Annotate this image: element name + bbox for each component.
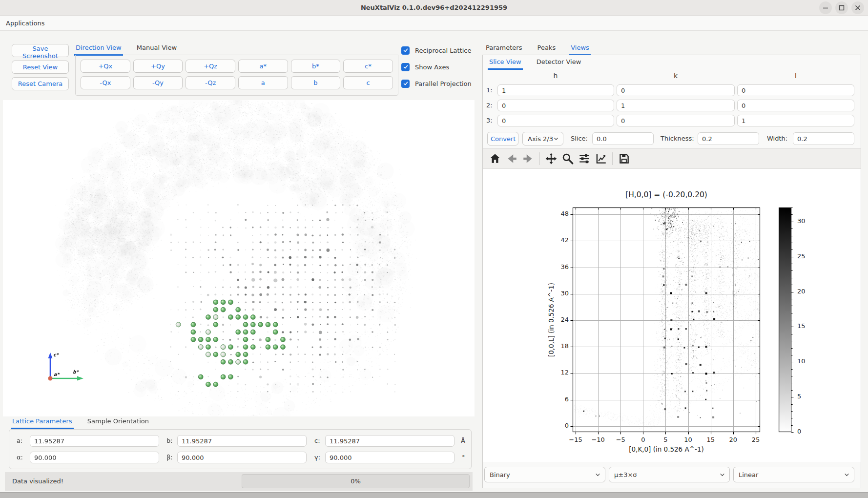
toolbar-back-button[interactable] xyxy=(503,150,520,167)
tab-detector-view[interactable]: Detector View xyxy=(535,57,583,70)
lattice-row-angles: α: β: γ: ° xyxy=(9,452,471,464)
x-tick-label: 15 xyxy=(706,436,715,443)
gamma-field[interactable] xyxy=(325,452,455,463)
tab-parameters[interactable]: Parameters xyxy=(484,43,523,56)
hkl-1-k-field[interactable] xyxy=(617,84,735,96)
x-tick-label: −5 xyxy=(616,436,625,443)
checkbox-checked-icon xyxy=(401,46,410,55)
c-field[interactable] xyxy=(325,435,455,447)
axis-select[interactable]: Axis 2/3 xyxy=(522,132,563,145)
hkl-3-h-field[interactable] xyxy=(497,115,614,126)
hkl-2-k-field[interactable] xyxy=(617,100,735,111)
toolbar-forward-button[interactable] xyxy=(520,150,537,167)
width-field[interactable] xyxy=(793,132,854,145)
slice-plot-canvas[interactable] xyxy=(569,204,764,436)
h-column-header: h xyxy=(554,72,558,80)
minimize-icon xyxy=(823,5,828,11)
show-axes-checkbox[interactable]: Show Axes xyxy=(401,62,472,72)
reciprocal-lattice-checkbox[interactable]: Reciprocal Lattice xyxy=(401,45,472,55)
right-panel-tabs: Parameters Peaks Views xyxy=(484,42,600,56)
tab-views[interactable]: Views xyxy=(569,43,591,56)
c-star-button[interactable]: c* xyxy=(343,60,393,73)
close-button[interactable] xyxy=(851,1,864,14)
sliders-icon xyxy=(578,152,591,165)
maximize-icon xyxy=(839,5,845,11)
c-button[interactable]: c xyxy=(343,76,393,89)
x-tick-label: −15 xyxy=(569,436,582,443)
toolbar-subplots-button[interactable] xyxy=(593,150,609,167)
plus-qz-button[interactable]: +Qz xyxy=(186,60,235,73)
minimize-button[interactable] xyxy=(819,1,832,14)
reset-view-button[interactable]: Reset View xyxy=(12,61,69,74)
slice-field[interactable] xyxy=(592,132,654,145)
hkl-1-h-field[interactable] xyxy=(497,84,614,96)
hkl-row-2: 2: xyxy=(483,100,861,113)
progress-bar: 0% xyxy=(242,474,470,488)
colorbar-tick-label: 15 xyxy=(797,322,806,330)
clim-select[interactable]: μ±3×σ xyxy=(609,467,730,482)
toolbar-pan-button[interactable] xyxy=(543,150,559,167)
a-button[interactable]: a xyxy=(238,76,288,89)
titlebar: NeuXtalViz 0.1.0.dev96+d202412291959 xyxy=(0,0,868,16)
alpha-field[interactable] xyxy=(30,452,159,463)
save-screenshot-button[interactable]: Save Screenshot xyxy=(12,44,69,57)
lattice-tabs: Lattice Parameters Sample Orientation xyxy=(11,416,160,429)
x-tick-label: 25 xyxy=(752,436,760,443)
hkl-1-l-field[interactable] xyxy=(737,84,854,96)
window-bottom-edge xyxy=(0,492,868,498)
x-tick-label: 0 xyxy=(641,436,645,443)
hkl-2-h-field[interactable] xyxy=(497,100,614,111)
b-button[interactable]: b xyxy=(291,76,341,89)
plus-qy-button[interactable]: +Qy xyxy=(133,60,183,73)
subplots-icon xyxy=(595,152,607,165)
beta-field[interactable] xyxy=(177,452,307,463)
tab-sample-orientation[interactable]: Sample Orientation xyxy=(86,416,150,429)
minus-qx-button[interactable]: -Qx xyxy=(81,76,130,89)
progress-label: 0% xyxy=(242,475,469,488)
a-star-button[interactable]: a* xyxy=(238,60,288,73)
toolbar-save-button[interactable] xyxy=(616,150,632,167)
a-label: a: xyxy=(17,437,22,444)
minus-qy-button[interactable]: -Qy xyxy=(133,76,183,89)
convert-button[interactable]: Convert xyxy=(487,132,518,145)
tab-manual-view[interactable]: Manual View xyxy=(135,43,178,56)
x-tick-label: −10 xyxy=(591,436,604,443)
hkl-3-k-field[interactable] xyxy=(617,115,735,126)
c-label: c: xyxy=(314,437,320,444)
hkl-3-l-field[interactable] xyxy=(737,115,854,126)
parallel-projection-checkbox[interactable]: Parallel Projection xyxy=(401,79,472,88)
hkl-2-l-field[interactable] xyxy=(737,100,854,111)
views-card: Slice View Detector View h k l 1:2:3: Co… xyxy=(482,55,861,488)
tab-slice-view[interactable]: Slice View xyxy=(488,57,523,70)
b-label: b: xyxy=(166,437,173,444)
a-field[interactable] xyxy=(30,435,159,447)
figure-area: [H,0,0] = (-0.20,0.20) [0,0,L] (in 0.526… xyxy=(483,169,861,462)
scale-select[interactable]: Linear xyxy=(733,467,854,482)
x-tick-label: 20 xyxy=(729,436,738,443)
triad-b-label: b* xyxy=(73,369,80,374)
tab-lattice-parameters[interactable]: Lattice Parameters xyxy=(11,416,74,429)
plus-qx-button[interactable]: +Qx xyxy=(81,60,130,73)
b-star-button[interactable]: b* xyxy=(291,60,341,73)
b-field[interactable] xyxy=(177,435,307,447)
y-tick-label: 36 xyxy=(551,263,569,270)
maximize-button[interactable] xyxy=(835,1,848,14)
thickness-field[interactable] xyxy=(698,132,759,145)
toolbar-zoom-button[interactable] xyxy=(559,150,576,167)
row-2-label: 2: xyxy=(486,102,493,109)
toolbar-home-button[interactable] xyxy=(487,150,503,167)
plot-toolbar xyxy=(483,148,861,169)
hkl-row-3: 3: xyxy=(483,115,861,128)
minus-qz-button[interactable]: -Qz xyxy=(186,76,235,89)
toolbar-sliders-button[interactable] xyxy=(576,150,593,167)
k-column-header: k xyxy=(674,72,678,80)
chevron-down-icon xyxy=(844,472,850,478)
menu-applications[interactable]: Applications xyxy=(6,16,44,30)
c-star-axis-icon xyxy=(48,353,53,358)
colormap-select[interactable]: Binary xyxy=(484,467,605,482)
orientation-triad: c* a* b* xyxy=(42,348,89,387)
reset-camera-button[interactable]: Reset Camera xyxy=(12,77,69,90)
tab-direction-view[interactable]: Direction View xyxy=(74,43,123,56)
tab-peaks[interactable]: Peaks xyxy=(536,43,558,56)
back-icon xyxy=(505,152,518,165)
